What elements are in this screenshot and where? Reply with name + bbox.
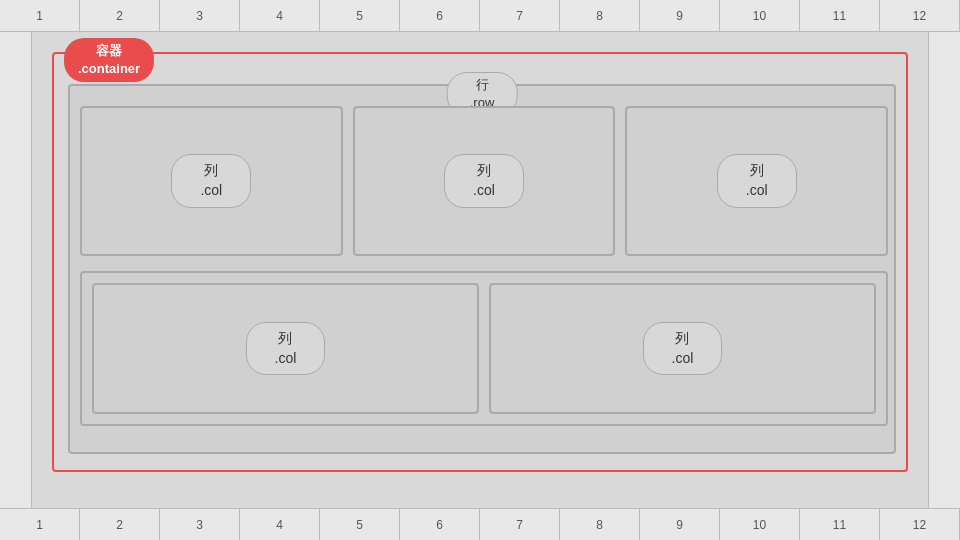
col-label-4: 列 .col xyxy=(246,322,326,375)
col-1-line2: .col xyxy=(200,181,222,201)
ruler-tick-9: 9 xyxy=(640,0,720,31)
bottom-ruler-tick-8: 8 xyxy=(560,509,640,540)
ruler-tick-5: 5 xyxy=(320,0,400,31)
ruler-tick-12: 12 xyxy=(880,0,960,31)
bottom-ruler-tick-9: 9 xyxy=(640,509,720,540)
cols-row-2: 列 .col 列 .col xyxy=(80,271,888,426)
cols-row-1: 列 .col 列 .col 列 .col xyxy=(80,106,888,256)
col-2-line1: 列 xyxy=(473,161,495,181)
bottom-ruler-tick-2: 2 xyxy=(80,509,160,540)
top-ruler: 1 2 3 4 5 6 7 8 9 10 11 12 xyxy=(0,0,960,32)
col-label-1: 列 .col xyxy=(171,154,251,207)
ruler-tick-11: 11 xyxy=(800,0,880,31)
col-4-line1: 列 xyxy=(275,329,297,349)
ruler-tick-10: 10 xyxy=(720,0,800,31)
bottom-ruler-tick-5: 5 xyxy=(320,509,400,540)
col-box-4: 列 .col xyxy=(92,283,479,414)
col-box-3: 列 .col xyxy=(625,106,888,256)
bottom-ruler-tick-1: 1 xyxy=(0,509,80,540)
container-label-line1: 容器 xyxy=(78,42,140,60)
left-ruler xyxy=(0,32,32,508)
col-label-3: 列 .col xyxy=(717,154,797,207)
ruler-tick-3: 3 xyxy=(160,0,240,31)
ruler-tick-1: 1 xyxy=(0,0,80,31)
ruler-tick-6: 6 xyxy=(400,0,480,31)
col-box-1: 列 .col xyxy=(80,106,343,256)
ruler-tick-8: 8 xyxy=(560,0,640,31)
col-3-line2: .col xyxy=(746,181,768,201)
col-label-5: 列 .col xyxy=(643,322,723,375)
ruler-tick-4: 4 xyxy=(240,0,320,31)
col-2-line2: .col xyxy=(473,181,495,201)
col-4-line2: .col xyxy=(275,349,297,369)
row-label-line1: 行 xyxy=(470,76,495,94)
bottom-ruler-tick-12: 12 xyxy=(880,509,960,540)
bottom-ruler-tick-11: 11 xyxy=(800,509,880,540)
bottom-ruler: 1 2 3 4 5 6 7 8 9 10 11 12 xyxy=(0,508,960,540)
ruler-tick-7: 7 xyxy=(480,0,560,31)
bottom-ruler-tick-4: 4 xyxy=(240,509,320,540)
container-label: 容器 .container xyxy=(64,38,154,82)
col-1-line1: 列 xyxy=(200,161,222,181)
col-5-line2: .col xyxy=(672,349,694,369)
col-box-5: 列 .col xyxy=(489,283,876,414)
col-5-line1: 列 xyxy=(672,329,694,349)
row-box: 行 .row 列 .col 列 .col xyxy=(68,84,896,454)
col-3-line1: 列 xyxy=(746,161,768,181)
bottom-ruler-tick-6: 6 xyxy=(400,509,480,540)
bottom-ruler-tick-3: 3 xyxy=(160,509,240,540)
bottom-ruler-tick-10: 10 xyxy=(720,509,800,540)
bottom-ruler-tick-7: 7 xyxy=(480,509,560,540)
ruler-tick-2: 2 xyxy=(80,0,160,31)
container-label-line2: .container xyxy=(78,60,140,78)
canvas-area: 容器 .container 行 .row 列 .col 列 xyxy=(32,32,928,508)
col-box-2: 列 .col xyxy=(353,106,616,256)
right-ruler xyxy=(928,32,960,508)
col-label-2: 列 .col xyxy=(444,154,524,207)
container-box: 容器 .container 行 .row 列 .col 列 xyxy=(52,52,908,472)
